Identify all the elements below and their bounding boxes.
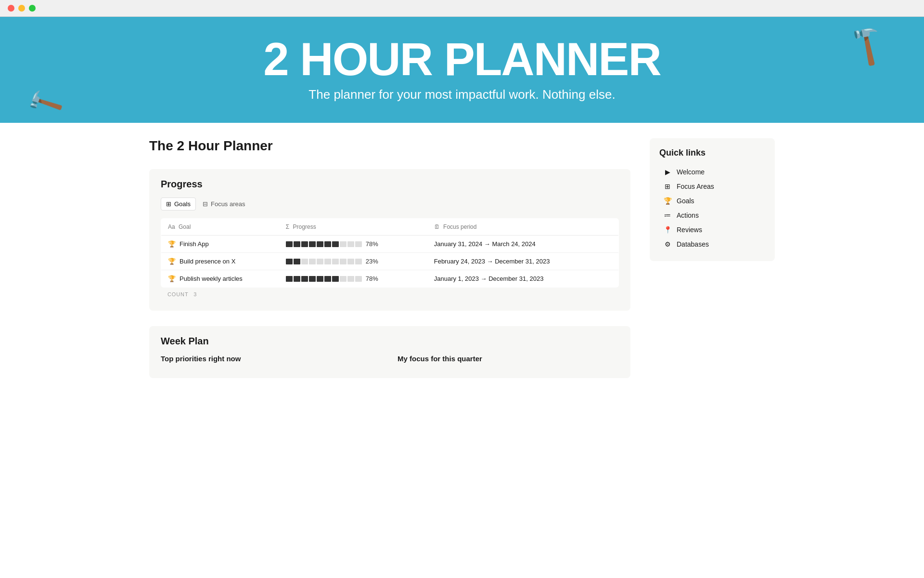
bar-segment-empty — [347, 276, 354, 282]
progress-col-label: Progress — [293, 223, 316, 230]
period-col-icon: 🗓 — [434, 223, 440, 230]
quick-link-item[interactable]: ▶ Welcome — [659, 165, 765, 179]
bar-segment-filled — [301, 241, 308, 247]
bar-segment-filled — [332, 241, 339, 247]
progress-bar — [286, 241, 362, 247]
quick-link-item[interactable]: 📍 Reviews — [659, 223, 765, 237]
quick-link-item[interactable]: ≔ Actions — [659, 208, 765, 223]
bar-segment-empty — [340, 241, 346, 247]
quick-link-item[interactable]: ⚙ Databases — [659, 237, 765, 251]
quick-link-label: Welcome — [677, 168, 705, 176]
empty-cell — [600, 236, 618, 253]
tab-goals[interactable]: ⊞ Goals — [161, 197, 196, 210]
goal-name-cell: 🏆 Finish App — [168, 240, 272, 248]
bar-segment-filled — [301, 276, 308, 282]
progress-bar-container: 78% — [286, 275, 421, 282]
bar-segment-empty — [347, 241, 354, 247]
week-plan-col1: Top priorities right now — [161, 355, 382, 368]
bar-segment-filled — [286, 276, 293, 282]
bar-segment-filled — [286, 241, 293, 247]
goals-tab-label: Goals — [174, 200, 191, 208]
focus-areas-tab-icon: ⊟ — [203, 200, 208, 208]
bar-segment-empty — [332, 259, 339, 264]
goal-name-text: Build presence on X — [180, 258, 235, 265]
hero-subtitle: The planner for your most impactful work… — [0, 87, 924, 102]
bar-segment-empty — [309, 259, 316, 264]
quick-link-icon: 📍 — [663, 226, 672, 234]
quick-link-icon: 🏆 — [663, 197, 672, 205]
page-content: The 2 Hour Planner Progress ⊞ Goals ⊟ Fo… — [130, 123, 794, 413]
col-empty-header — [600, 219, 618, 236]
goals-table: Aa Goal Σ Progress 🗓 Focus period — [161, 218, 619, 288]
hero-banner: 🔨 2 HOUR PLANNER The planner for your mo… — [0, 17, 924, 123]
bar-segment-filled — [317, 276, 323, 282]
quick-link-label: Databases — [677, 240, 709, 248]
quick-link-icon: ⊞ — [663, 183, 672, 190]
progress-pct: 78% — [366, 240, 383, 248]
bar-segment-filled — [309, 276, 316, 282]
bar-segment-empty — [340, 276, 346, 282]
hero-title: 2 HOUR PLANNER — [0, 36, 924, 82]
bar-segment-filled — [324, 241, 331, 247]
goal-name-cell: 🏆 Publish weekly articles — [168, 275, 272, 282]
sidebar: Quick links ▶ Welcome⊞ Focus Areas🏆 Goal… — [650, 138, 775, 394]
progress-bar — [286, 259, 362, 264]
quick-links-title: Quick links — [659, 148, 765, 158]
bar-segment-filled — [332, 276, 339, 282]
col2-title: My focus for this quarter — [398, 355, 619, 363]
period-cell: January 1, 2023 → December 31, 2023 — [427, 270, 601, 288]
empty-cell — [600, 253, 618, 270]
goal-name-cell: 🏆 Build presence on X — [168, 258, 272, 265]
table-row[interactable]: 🏆 Finish App 78%January 31, 2024 → March… — [161, 236, 619, 253]
progress-bar-container: 23% — [286, 258, 421, 265]
bar-segment-filled — [286, 259, 293, 264]
trophy-icon: 🏆 — [168, 275, 176, 282]
main-content: The 2 Hour Planner Progress ⊞ Goals ⊟ Fo… — [149, 138, 630, 394]
bar-segment-empty — [301, 259, 308, 264]
progress-bar — [286, 276, 362, 282]
bar-segment-filled — [294, 276, 300, 282]
quick-link-label: Reviews — [677, 226, 702, 234]
trophy-icon: 🏆 — [168, 240, 176, 248]
bar-segment-filled — [309, 241, 316, 247]
quick-link-label: Goals — [677, 197, 694, 205]
maximize-button[interactable] — [29, 5, 36, 12]
bar-segment-empty — [317, 259, 323, 264]
progress-bar-container: 78% — [286, 240, 421, 248]
bar-segment-filled — [294, 259, 300, 264]
minimize-button[interactable] — [18, 5, 25, 12]
quick-link-icon: ▶ — [663, 168, 672, 176]
table-row[interactable]: 🏆 Build presence on X 23%February 24, 20… — [161, 253, 619, 270]
quick-links-box: Quick links ▶ Welcome⊞ Focus Areas🏆 Goal… — [650, 138, 775, 261]
table-row[interactable]: 🏆 Publish weekly articles 78%January 1, … — [161, 270, 619, 288]
count-value: 3 — [193, 291, 197, 297]
progress-pct: 23% — [366, 258, 383, 265]
period-cell: February 24, 2023 → December 31, 2023 — [427, 253, 601, 270]
page-title: The 2 Hour Planner — [149, 138, 630, 154]
close-button[interactable] — [8, 5, 14, 12]
trophy-icon: 🏆 — [168, 258, 176, 265]
progress-section: Progress ⊞ Goals ⊟ Focus areas Aa — [149, 169, 630, 311]
table-footer: COUNT 3 — [161, 288, 619, 301]
bar-segment-empty — [324, 259, 331, 264]
col1-title: Top priorities right now — [161, 355, 382, 363]
progress-tabs: ⊞ Goals ⊟ Focus areas — [161, 197, 619, 210]
period-col-label: Focus period — [443, 223, 476, 230]
progress-title: Progress — [161, 179, 619, 190]
period-cell: January 31, 2024 → March 24, 2024 — [427, 236, 601, 253]
tab-focus-areas[interactable]: ⊟ Focus areas — [198, 197, 250, 210]
quick-link-label: Focus Areas — [677, 183, 714, 190]
bar-segment-empty — [347, 259, 354, 264]
quick-link-item[interactable]: 🏆 Goals — [659, 194, 765, 208]
bar-segment-empty — [355, 276, 362, 282]
week-plan-col2: My focus for this quarter — [398, 355, 619, 368]
focus-areas-tab-label: Focus areas — [211, 200, 245, 208]
bar-segment-filled — [324, 276, 331, 282]
week-plan-title: Week Plan — [161, 336, 619, 347]
quick-link-item[interactable]: ⊞ Focus Areas — [659, 179, 765, 194]
bar-segment-empty — [355, 241, 362, 247]
quick-links-list: ▶ Welcome⊞ Focus Areas🏆 Goals≔ Actions📍 … — [659, 165, 765, 251]
goal-name-text: Publish weekly articles — [180, 275, 243, 282]
col-period-header: 🗓 Focus period — [427, 219, 601, 236]
bar-segment-empty — [340, 259, 346, 264]
